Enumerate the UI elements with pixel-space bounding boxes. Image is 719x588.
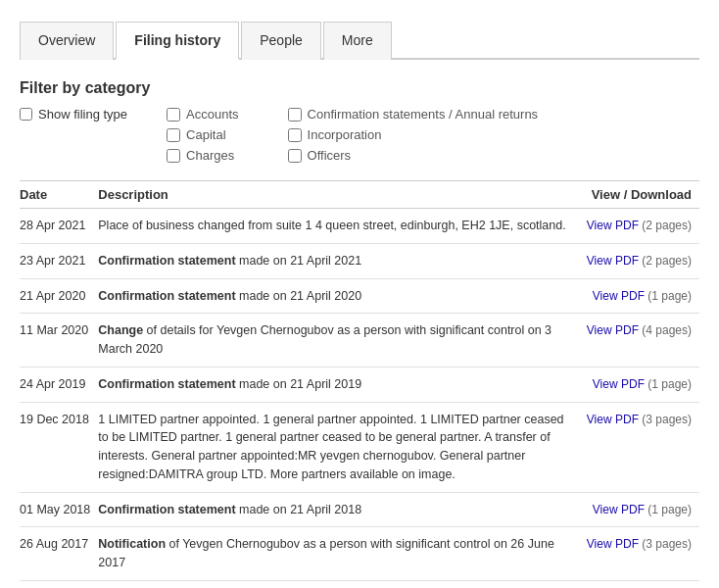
view-pdf-link[interactable]: View PDF [593, 289, 645, 303]
incorporation-label: Incorporation [308, 127, 382, 142]
pages-info: (1 page) [645, 377, 692, 391]
filing-date: 11 Mar 2020 [20, 314, 98, 368]
filing-date: 01 May 2018 [20, 492, 98, 527]
pages-info: (2 pages) [639, 254, 692, 268]
pages-info: (1 page) [645, 503, 692, 516]
filter-item-charges: Charges [167, 148, 238, 163]
filing-date: 19 Dec 2018 [20, 402, 98, 492]
incorporation-checkbox[interactable] [288, 128, 302, 142]
filter-item-confirmation: Confirmation statements / Annual returns [288, 107, 539, 122]
filing-description: Place of business changed from suite 2 5… [98, 580, 582, 588]
filing-description: Place of business changed from suite 1 4… [98, 209, 582, 244]
filter-item-accounts: Accounts [167, 107, 238, 122]
tab-people[interactable]: People [241, 22, 321, 60]
col-date: Date [20, 181, 98, 209]
table-row: 21 Apr 2020Confirmation statement made o… [20, 278, 699, 314]
filter-section: Filter by category Show filing type Acco… [20, 79, 699, 163]
tab-overview[interactable]: Overview [20, 22, 114, 60]
table-row: 24 Apr 2019Confirmation statement made o… [20, 367, 699, 402]
filing-description: 1 LIMITED partner appointed. 1 general p… [98, 402, 582, 492]
filing-date: 23 Apr 2021 [20, 243, 98, 278]
filter-col-2: Confirmation statements / Annual returns… [288, 107, 539, 163]
accounts-label: Accounts [186, 107, 238, 122]
show-filing-type-label: Show filing type [38, 107, 127, 122]
officers-checkbox[interactable] [288, 149, 302, 163]
filing-view: View PDF (4 pages) [582, 314, 699, 368]
filing-view: View PDF (2 pages) [582, 243, 699, 278]
filing-description: Confirmation statement made on 21 April … [98, 492, 582, 527]
filing-description: Confirmation statement made on 21 April … [98, 367, 582, 402]
tab-filing-history[interactable]: Filing history [116, 22, 239, 60]
accounts-checkbox[interactable] [167, 108, 180, 122]
filing-view: View PDF (1 page) [582, 367, 699, 402]
table-row: 01 May 2018Confirmation statement made o… [20, 492, 699, 527]
filing-table: Date Description View / Download 28 Apr … [20, 180, 699, 588]
pages-info: (3 pages) [639, 537, 692, 551]
filing-date: 21 Apr 2020 [20, 278, 98, 314]
table-row: 28 Apr 2021Place of business changed fro… [20, 209, 699, 244]
filing-date: 26 Aug 2017 [20, 527, 98, 581]
filing-view: View PDF (2 pages) [582, 580, 699, 588]
show-filing-type-row: Show filing type [20, 107, 127, 122]
view-pdf-link[interactable]: View PDF [593, 503, 645, 516]
filing-description: Notification of Yevgen Chernogubov as a … [98, 527, 582, 581]
filing-date: 06 May 2017 [20, 580, 98, 588]
filing-view: View PDF (3 pages) [582, 527, 699, 581]
charges-label: Charges [186, 148, 234, 163]
charges-checkbox[interactable] [167, 149, 180, 163]
filter-col-1: Accounts Capital Charges [167, 107, 238, 163]
filing-view: View PDF (1 page) [582, 278, 699, 314]
confirmation-label: Confirmation statements / Annual returns [308, 107, 539, 122]
officers-label: Officers [308, 148, 352, 163]
show-filing-type-checkbox[interactable] [20, 108, 32, 121]
table-row: 26 Aug 2017Notification of Yevgen Cherno… [20, 527, 699, 581]
view-pdf-link[interactable]: View PDF [593, 377, 645, 391]
filter-title: Filter by category [20, 79, 699, 97]
table-row: 19 Dec 20181 LIMITED partner appointed. … [20, 402, 699, 492]
pages-info: (1 page) [645, 289, 692, 303]
view-pdf-link[interactable]: View PDF [587, 537, 639, 551]
view-pdf-link[interactable]: View PDF [587, 413, 639, 426]
pages-info: (3 pages) [639, 413, 692, 426]
pages-info: (2 pages) [639, 219, 692, 232]
filter-item-capital: Capital [167, 127, 238, 142]
filing-date: 28 Apr 2021 [20, 209, 98, 244]
filter-item-incorporation: Incorporation [288, 127, 539, 142]
table-row: 06 May 2017Place of business changed fro… [20, 580, 699, 588]
view-pdf-link[interactable]: View PDF [587, 323, 639, 337]
col-view: View / Download [582, 181, 699, 209]
confirmation-checkbox[interactable] [288, 108, 302, 122]
filing-description: Change of details for Yevgen Chernogubov… [98, 314, 582, 368]
view-pdf-link[interactable]: View PDF [587, 219, 639, 232]
capital-checkbox[interactable] [167, 128, 180, 142]
tabs-nav: Overview Filing history People More [20, 20, 699, 60]
view-pdf-link[interactable]: View PDF [587, 254, 639, 268]
table-row: 23 Apr 2021Confirmation statement made o… [20, 243, 699, 278]
filing-description: Confirmation statement made on 21 April … [98, 243, 582, 278]
filing-date: 24 Apr 2019 [20, 367, 98, 402]
pages-info: (4 pages) [639, 323, 692, 337]
table-row: 11 Mar 2020Change of details for Yevgen … [20, 314, 699, 368]
tab-more[interactable]: More [323, 22, 392, 60]
capital-label: Capital [186, 127, 225, 142]
filing-view: View PDF (1 page) [582, 492, 699, 527]
filing-view: View PDF (2 pages) [582, 209, 699, 244]
col-description: Description [98, 181, 582, 209]
filter-item-officers: Officers [288, 148, 539, 163]
filter-categories: Accounts Capital Charges Confirmation st… [167, 107, 587, 163]
filing-description: Confirmation statement made on 21 April … [98, 278, 582, 314]
filing-view: View PDF (3 pages) [582, 402, 699, 492]
